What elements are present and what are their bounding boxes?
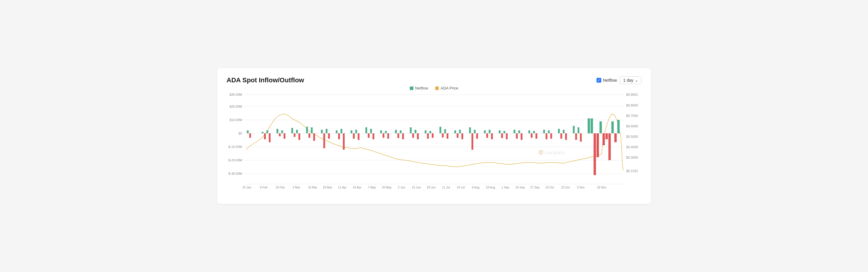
bar <box>336 130 338 133</box>
bar <box>249 133 251 138</box>
svg-text:11 Jul: 11 Jul <box>442 186 450 189</box>
bar <box>247 130 249 133</box>
svg-text:7 May: 7 May <box>368 186 376 189</box>
svg-text:2 Jun: 2 Jun <box>398 186 405 189</box>
bar <box>489 130 491 133</box>
bar <box>596 133 599 157</box>
bar <box>372 133 374 139</box>
bar <box>353 133 354 139</box>
bar <box>365 127 367 133</box>
bar <box>276 129 278 133</box>
bar <box>262 132 264 133</box>
svg-text:16 Mar: 16 Mar <box>308 186 317 189</box>
svg-text:$0.8000: $0.8000 <box>626 103 638 107</box>
timeframe-arrow: ⌄ <box>635 78 638 82</box>
timeframe-selector[interactable]: 1 day ⌄ <box>620 76 641 84</box>
svg-text:15 Jun: 15 Jun <box>412 186 421 189</box>
svg-text:$0.7000: $0.7000 <box>626 114 638 117</box>
bar <box>486 133 488 138</box>
svg-text:29 Mar: 29 Mar <box>322 186 332 189</box>
bar <box>516 133 518 139</box>
bar <box>506 133 507 139</box>
svg-text:$0.4000: $0.4000 <box>626 145 638 149</box>
svg-text:🦁 coinglass: 🦁 coinglass <box>538 150 564 156</box>
bar <box>543 130 545 133</box>
legend-item-netflow: Netflow <box>410 86 428 90</box>
netflow-checkbox[interactable] <box>596 78 601 82</box>
bar <box>528 130 530 133</box>
bar <box>385 131 386 133</box>
bar <box>501 133 503 138</box>
bar <box>410 127 412 133</box>
timeframe-value: 1 day <box>623 78 633 82</box>
bar <box>328 133 330 139</box>
bar <box>382 133 384 138</box>
bar <box>417 133 418 139</box>
bar <box>414 130 416 133</box>
bar <box>518 130 520 133</box>
bar <box>321 130 322 133</box>
svg-text:5 Nov: 5 Nov <box>577 186 585 189</box>
svg-text:$0.5000: $0.5000 <box>626 135 638 138</box>
bar <box>461 133 463 139</box>
legend-item-ada-price: ADA Price <box>435 86 458 90</box>
bar <box>266 130 268 133</box>
svg-text:24 Jul: 24 Jul <box>457 186 464 189</box>
bar <box>476 133 478 139</box>
bar <box>580 133 582 142</box>
bar <box>572 126 575 133</box>
svg-text:20 May: 20 May <box>382 186 392 189</box>
bar <box>491 133 493 139</box>
svg-text:19 Feb: 19 Feb <box>275 186 285 189</box>
bar <box>432 133 433 138</box>
svg-text:$0.2192: $0.2192 <box>626 169 638 173</box>
bar <box>427 133 429 139</box>
bar <box>281 130 283 133</box>
svg-text:14 Sep: 14 Sep <box>515 186 525 189</box>
bar <box>442 133 443 137</box>
netflow-checkbox-label[interactable]: Netflow <box>596 78 617 82</box>
bar <box>617 120 619 133</box>
bar <box>340 129 342 133</box>
svg-text:$10.00M: $10.00M <box>229 118 242 122</box>
bar <box>548 130 550 133</box>
bar <box>402 133 404 139</box>
bar <box>459 130 461 133</box>
svg-text:10 Oct: 10 Oct <box>545 186 554 189</box>
chart-header: ADA Spot Inflow/Outflow Netflow 1 day ⌄ <box>227 76 642 84</box>
bar <box>560 133 562 139</box>
bar <box>593 133 596 175</box>
bar <box>444 129 446 133</box>
bar <box>308 133 310 138</box>
svg-text:24 Apr: 24 Apr <box>353 186 362 189</box>
svg-text:1 Sep: 1 Sep <box>501 186 509 189</box>
bar <box>514 130 515 133</box>
bar <box>350 130 352 133</box>
chart-title: ADA Spot Inflow/Outflow <box>227 76 304 84</box>
bar <box>291 128 293 133</box>
svg-text:$20.00M: $20.00M <box>229 105 242 108</box>
bar <box>474 130 475 133</box>
chart-svg: $30.00M $20.00M $10.00M $0 $-10.00M $-20… <box>227 92 642 190</box>
bar <box>503 131 505 133</box>
bar <box>498 130 500 133</box>
bar <box>380 130 382 133</box>
bar <box>550 133 552 139</box>
svg-text:$0.8681: $0.8681 <box>626 93 638 96</box>
bar <box>397 133 399 138</box>
bar <box>311 127 312 133</box>
bar <box>471 133 473 150</box>
legend-dot-netflow <box>410 87 413 90</box>
bar <box>575 133 577 140</box>
bar <box>469 127 471 133</box>
bar <box>429 131 431 133</box>
legend-label-netflow: Netflow <box>415 86 428 90</box>
svg-text:18 Nov: 18 Nov <box>597 186 606 189</box>
bar <box>368 133 370 138</box>
bar <box>326 129 328 133</box>
bar <box>283 133 285 139</box>
svg-text:11 Apr: 11 Apr <box>338 186 346 189</box>
svg-text:19 Aug: 19 Aug <box>486 186 495 189</box>
legend-label-ada-price: ADA Price <box>441 86 458 90</box>
svg-text:$-20.00M: $-20.00M <box>228 158 242 162</box>
